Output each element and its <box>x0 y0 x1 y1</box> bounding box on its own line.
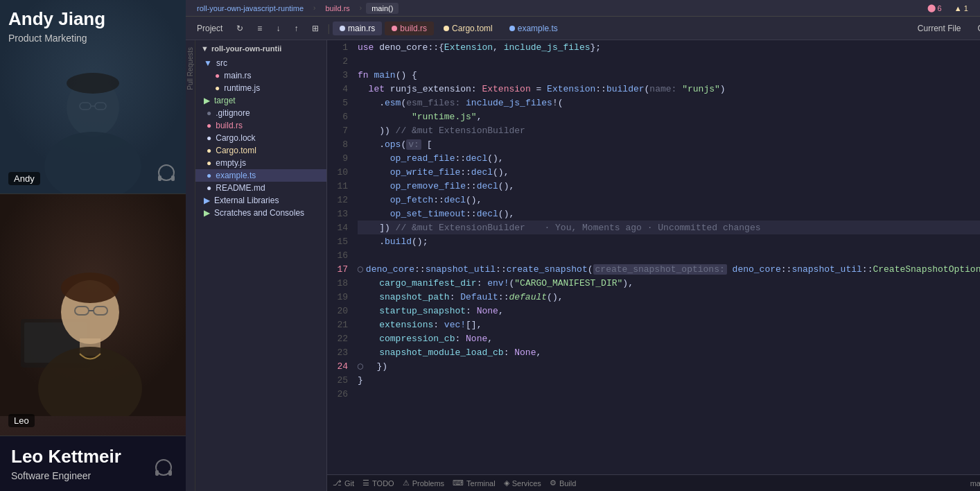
leo-badge: Leo <box>8 414 35 427</box>
toolbar-icon-2[interactable]: ≡ <box>252 22 268 35</box>
file-tab-example[interactable]: example.ts <box>502 21 565 35</box>
left-panel: Andy Jiang Product Marketing Andy <box>0 0 186 491</box>
topbar-tab-main[interactable]: main() <box>366 3 399 14</box>
code-line-21: extensions: vec![], <box>358 318 980 331</box>
code-line-15: .build(); <box>358 234 980 248</box>
error-badge: ⬤ 6 <box>924 3 945 13</box>
svg-rect-24 <box>168 470 172 476</box>
code-line-10: op_write_file::decl(), <box>358 165 980 179</box>
participant-card-andy: Andy Jiang Product Marketing Andy <box>0 0 186 194</box>
code-line-14: ]) // &mut ExtensionBuilder · You, Momen… <box>358 221 980 234</box>
status-terminal[interactable]: ⌨ Terminal <box>453 479 496 488</box>
code-line-1: use deno_core::{Extension, include_js_fi… <box>358 40 980 54</box>
services-icon: ◈ <box>504 479 509 488</box>
svg-rect-9 <box>158 175 161 181</box>
tree-expand-icon: ▼ <box>201 44 209 53</box>
status-git[interactable]: ⎇ Git <box>333 479 354 488</box>
code-line-22: compression_cb: None, <box>358 331 980 345</box>
participant-card-leo: Leo Leo Kettmeir Software Engineer <box>0 194 186 491</box>
tree-folder-external[interactable]: ▶ External Libraries <box>195 194 326 207</box>
tree-file-build-rs[interactable]: ● build.rs <box>195 119 326 132</box>
code-line-9: op_read_file::decl(), <box>358 151 980 165</box>
topbar-sep1: › <box>313 4 315 12</box>
build-icon: ⚙ <box>550 479 557 488</box>
tree-file-empty-js[interactable]: ● empty.js <box>195 157 326 169</box>
tree-file-cargo-lock[interactable]: ● Cargo.lock <box>195 132 326 144</box>
file-icon-cargo-lock: ● <box>207 133 211 143</box>
leo-title: Software Engineer <box>11 470 175 481</box>
build-rs-dot <box>392 26 397 31</box>
current-file-button[interactable]: Current File <box>912 22 967 35</box>
topbar-window-title: roll-your-own-javascript-runtime <box>191 3 309 14</box>
code-lines: use deno_core::{Extension, include_js_fi… <box>352 40 980 474</box>
andy-badge: Andy <box>8 172 40 185</box>
code-area: 1 2 3 4 5 6 7 8 9 10 11 12 13 14 15 16 1 <box>327 40 980 491</box>
file-tab-build[interactable]: build.rs <box>385 21 434 35</box>
tree-file-gitignore[interactable]: ● .gitignore <box>195 107 326 119</box>
code-line-26 <box>358 387 980 401</box>
andy-title: Product Marketing <box>8 33 105 44</box>
leo-headphone-icon <box>151 456 176 481</box>
folder-open-icon: ▼ <box>204 58 212 68</box>
topbar-tab-build[interactable]: build.rs <box>320 3 355 14</box>
video-leo: Leo <box>0 194 186 436</box>
tree-folder-scratches[interactable]: ▶ Scratches and Consoles <box>195 207 326 219</box>
file-tab-cargo-toml[interactable]: Cargo.toml <box>437 21 500 35</box>
toolbar-icon-1[interactable]: ↻ <box>231 22 249 35</box>
file-icon-runtime-js: ● <box>215 83 220 93</box>
file-tab-main[interactable]: main.rs <box>333 21 382 35</box>
git-button[interactable]: Git <box>972 22 980 35</box>
code-line-7: )) // &mut ExtensionBuilder <box>358 123 980 137</box>
code-line-3: fn main() { <box>358 68 980 82</box>
code-line-24: ◯ }) <box>358 359 980 373</box>
tree-file-runtime-js[interactable]: ● runtime.js <box>195 82 326 94</box>
error-icon: ⬤ <box>927 3 936 12</box>
tree-file-main-rs[interactable]: ● main.rs <box>195 69 326 82</box>
tree-file-example-ts[interactable]: ● example.ts <box>195 169 326 182</box>
ide-panel: roll-your-own-javascript-runtime › build… <box>186 0 980 491</box>
folder-closed-icon: ▶ <box>204 96 210 105</box>
tree-file-readme[interactable]: ● README.md <box>195 182 326 194</box>
tree-file-cargo-toml[interactable]: ● Cargo.toml <box>195 144 326 157</box>
main-rs-dot <box>340 26 345 31</box>
toolbar-icon-4[interactable]: ↑ <box>288 22 304 35</box>
git-icon: ⎇ <box>333 479 342 488</box>
ide-body: Pull Requests ▼ roll-your-own-runtii ▼ s… <box>186 40 980 491</box>
warn-badge: ▲ 1 <box>951 3 972 13</box>
example-ts-dot <box>509 26 515 31</box>
topbar-icons: ⬤ 6 ▲ 1 ℹ 2 ⌃ ⌄ <box>924 3 980 13</box>
ide-toolbar: Project ↻ ≡ ↓ ↑ ⊞ | main.rs build.rs Car… <box>186 17 980 40</box>
svg-point-16 <box>61 273 119 303</box>
status-todo[interactable]: ☰ TODO <box>362 479 394 488</box>
status-build[interactable]: ⚙ Build <box>550 479 576 488</box>
status-problems[interactable]: ⚠ Problems <box>403 479 444 488</box>
tree-header: ▼ roll-your-own-runtii <box>195 40 326 57</box>
andy-name: Andy Jiang <box>8 8 105 30</box>
toolbar-sep1: | <box>327 23 330 34</box>
code-line-2 <box>358 54 980 68</box>
file-icon-empty-js: ● <box>207 158 211 168</box>
code-line-16 <box>358 248 980 262</box>
toolbar-icon-3[interactable]: ↓ <box>270 22 286 35</box>
svg-rect-10 <box>171 175 175 181</box>
leo-info-bar: Leo Kettmeir Software Engineer <box>0 436 186 491</box>
file-icon-build-rs: ● <box>207 121 211 130</box>
ide-statusbar: ⎇ Git ☰ TODO ⚠ Problems ⌨ Terminal ◈ S <box>327 474 980 491</box>
status-services[interactable]: ◈ Services <box>504 479 541 488</box>
code-line-18: cargo_manifest_dir: env!("CARGO_MANIFEST… <box>358 276 980 290</box>
project-button[interactable]: Project <box>191 22 228 35</box>
file-tree: ▼ roll-your-own-runtii ▼ src ● main.rs ●… <box>195 40 327 491</box>
tree-folder-target[interactable]: ▶ target <box>195 94 326 107</box>
code-line-25: } <box>358 373 980 387</box>
toolbar-icon-5[interactable]: ⊞ <box>306 22 324 35</box>
tree-folder-src[interactable]: ▼ src <box>195 57 326 69</box>
info-badge: ℹ 2 <box>977 3 980 13</box>
svg-point-7 <box>67 73 119 94</box>
line-numbers: 1 2 3 4 5 6 7 8 9 10 11 12 13 14 15 16 1 <box>327 40 352 474</box>
code-line-5: .esm(esm_files: include_js_files!( <box>358 96 980 110</box>
problems-icon: ⚠ <box>403 479 410 488</box>
toolbar-right: Current File Git ⚙ <box>912 22 980 35</box>
code-content[interactable]: 1 2 3 4 5 6 7 8 9 10 11 12 13 14 15 16 1 <box>327 40 980 474</box>
code-line-20: startup_snapshot: None, <box>358 304 980 318</box>
warn-icon: ▲ <box>954 4 962 12</box>
